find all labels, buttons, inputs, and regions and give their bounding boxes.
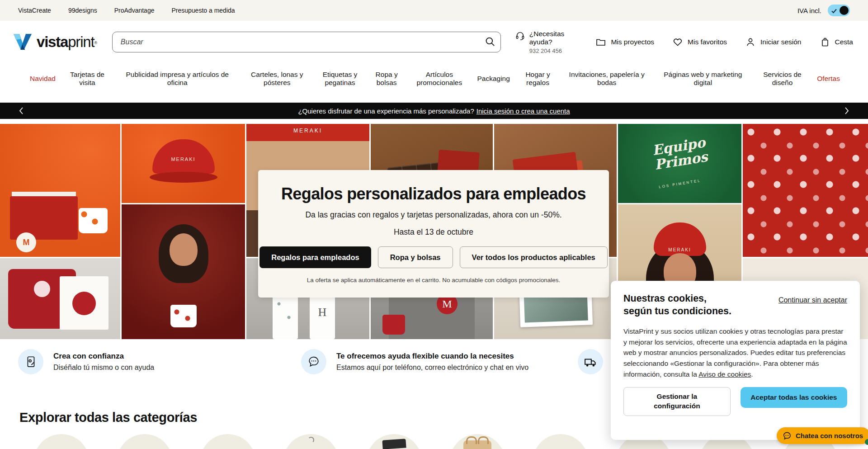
red-mug-shape bbox=[382, 315, 405, 335]
nav-item-publicidad-impresa[interactable]: Publicidad impresa y artículos de oficin… bbox=[119, 71, 236, 87]
cap-shape: MERAKI bbox=[152, 139, 215, 174]
cookie-banner-body: VistaPrint y sus socios utilizan cookies… bbox=[623, 326, 847, 380]
hanger-icon bbox=[308, 437, 314, 443]
vat-toggle[interactable] bbox=[828, 5, 850, 16]
cookie-notice-link[interactable]: Aviso de cookies bbox=[698, 370, 751, 378]
design-document-icon bbox=[24, 355, 38, 369]
see-all-products-button[interactable]: Ver todos los productos aplicables bbox=[460, 246, 608, 268]
hoodie-script-text: Equipo Primos bbox=[644, 134, 715, 173]
nav-item-etiquetas[interactable]: Etiquetas y pegatinas bbox=[319, 71, 362, 87]
hero-fine-print: La oferta se aplica automáticamente en e… bbox=[258, 277, 609, 284]
main-header: vistaprint® ¿Necesitas ayuda? 932 204 45… bbox=[0, 21, 868, 63]
continue-without-accepting-link[interactable]: Continuar sin aceptar bbox=[778, 296, 847, 304]
cookie-banner-title: Nuestras cookies, según tus condiciones. bbox=[623, 293, 750, 318]
feature-create-confidence: Crea con confianza Diséñalo tú mismo o c… bbox=[18, 349, 154, 374]
hero-title: Regalos personalizados para empleados bbox=[258, 184, 609, 203]
search-button[interactable] bbox=[482, 34, 498, 50]
hero-promo-card: Regalos personalizados para empleados Da… bbox=[258, 170, 609, 298]
patterned-mug-shape bbox=[170, 305, 197, 327]
hero-photo-gift-box-mugs: M bbox=[0, 124, 120, 257]
hero-photo-wrapping-paper bbox=[743, 124, 868, 257]
category-nav: Navidad Tarjetas de visita Publicidad im… bbox=[0, 63, 868, 94]
cookie-consent-banner: Nuestras cookies, según tus condiciones.… bbox=[611, 281, 860, 440]
nav-item-navidad[interactable]: Navidad bbox=[30, 75, 56, 83]
heart-icon bbox=[672, 37, 683, 47]
manage-settings-button[interactable]: Gestionar la configuración bbox=[623, 387, 731, 416]
help-phone-number: 932 204 456 bbox=[529, 47, 578, 54]
nav-item-articulos-promocionales[interactable]: Artículos promocionales bbox=[412, 71, 467, 87]
user-icon bbox=[745, 37, 756, 47]
feature-subtitle: Diséñalo tú mismo o con ayuda bbox=[53, 364, 154, 372]
link-vistacreate[interactable]: VistaCreate bbox=[18, 7, 51, 14]
feature-flexible-help: Te ofrecemos ayuda flexible cuando la ne… bbox=[301, 349, 528, 374]
category-circle-1[interactable] bbox=[33, 434, 90, 449]
wrapping-pattern bbox=[743, 124, 868, 257]
headset-icon bbox=[515, 30, 525, 42]
promo-banner-text: ¿Quieres disfrutar de una experiencia má… bbox=[298, 107, 474, 115]
clothing-bags-button[interactable]: Ropa y bolsas bbox=[378, 246, 453, 268]
vistaprint-logo[interactable]: vistaprint® bbox=[12, 33, 97, 52]
shopping-bag-icon bbox=[820, 37, 830, 47]
nav-item-paginas-web[interactable]: Páginas web y marketing digital bbox=[658, 71, 748, 87]
brand-band-text: MERAKI bbox=[246, 128, 369, 134]
sign-in-button[interactable]: Iniciar sesión bbox=[745, 37, 801, 47]
feature-title: Crea con confianza bbox=[53, 352, 154, 361]
tote-bag-shape bbox=[60, 276, 108, 330]
search-input[interactable] bbox=[112, 32, 501, 52]
category-circle-5[interactable] bbox=[366, 434, 422, 449]
nav-item-servicios-de-diseno[interactable]: Servicios de diseño bbox=[758, 71, 807, 87]
employee-gifts-button[interactable]: Regalos para empleados bbox=[259, 246, 371, 268]
chevron-left-icon bbox=[19, 107, 24, 115]
gift-box-shape bbox=[10, 196, 78, 240]
category-circle-4[interactable] bbox=[283, 434, 339, 449]
feature-delivery bbox=[578, 349, 603, 374]
round-sticker-shape: M bbox=[16, 232, 36, 252]
my-projects-button[interactable]: Mis proyectos bbox=[595, 37, 654, 47]
nav-item-invitaciones[interactable]: Invitaciones, papelería y bodas bbox=[566, 71, 648, 87]
category-circle-7[interactable] bbox=[533, 434, 589, 449]
link-proadvantage[interactable]: ProAdvantage bbox=[114, 7, 155, 14]
help-label: ¿Necesitas ayuda? bbox=[529, 30, 578, 46]
nav-item-hogar-y-regalos[interactable]: Hogar y regalos bbox=[520, 71, 556, 87]
vistaprint-homepage: VistaCreate 99designs ProAdvantage Presu… bbox=[0, 0, 868, 449]
feature-subtitle: Estamos aquí por teléfono, correo electr… bbox=[336, 364, 528, 372]
category-circle-3[interactable] bbox=[200, 434, 256, 449]
hero-photo-green-hoodie: Equipo Primos LOS PIMENTEL bbox=[618, 124, 741, 203]
category-circle-2[interactable] bbox=[117, 434, 173, 449]
feature-title: Te ofrecemos ayuda flexible cuando la ne… bbox=[336, 352, 528, 361]
cart-button[interactable]: Cesta bbox=[820, 37, 854, 47]
chat-with-us-button[interactable]: Chatea con nosotros bbox=[777, 427, 868, 444]
bag-shape bbox=[463, 440, 491, 449]
nav-item-packaging[interactable]: Packaging bbox=[477, 75, 509, 83]
partner-links: VistaCreate 99designs ProAdvantage Presu… bbox=[18, 7, 235, 14]
logo-wordmark: vistaprint® bbox=[37, 33, 97, 51]
chat-bubble-icon bbox=[782, 431, 792, 441]
search-icon bbox=[484, 36, 496, 47]
feature-icon-circle bbox=[301, 349, 326, 374]
link-99designs[interactable]: 99designs bbox=[68, 7, 97, 14]
nav-item-ropa-y-bolsas[interactable]: Ropa y bolsas bbox=[372, 71, 401, 87]
hoodie-subtext: LOS PIMENTEL bbox=[658, 179, 701, 189]
delivery-truck-icon bbox=[584, 355, 597, 369]
hero-photo-woman-with-mug bbox=[122, 204, 245, 339]
promo-prev-arrow[interactable] bbox=[16, 106, 26, 116]
feature-icon-circle bbox=[18, 349, 43, 374]
accept-all-cookies-button[interactable]: Aceptar todas las cookies bbox=[741, 387, 847, 408]
face-shape bbox=[170, 233, 198, 266]
promo-next-arrow[interactable] bbox=[842, 106, 852, 116]
hero-photo-red-cap: MERAKI bbox=[122, 124, 245, 203]
feature-icon-circle bbox=[578, 349, 603, 374]
top-utility-bar: VistaCreate 99designs ProAdvantage Presu… bbox=[0, 0, 868, 21]
category-circle-6[interactable] bbox=[449, 434, 505, 449]
nav-item-ofertas[interactable]: Ofertas bbox=[817, 75, 840, 83]
nav-item-tarjetas-de-visita[interactable]: Tarjetas de visita bbox=[66, 71, 109, 87]
chat-bubble-icon bbox=[307, 355, 321, 369]
promo-banner-bar: ¿Quieres disfrutar de una experiencia má… bbox=[0, 103, 868, 119]
my-favorites-button[interactable]: Mis favoritos bbox=[672, 37, 727, 47]
nav-item-carteles[interactable]: Carteles, lonas y pósteres bbox=[246, 71, 308, 87]
online-status-dot bbox=[865, 439, 868, 445]
link-presupuesto[interactable]: Presupuesto a medida bbox=[171, 7, 235, 14]
help-contact[interactable]: ¿Necesitas ayuda? 932 204 456 bbox=[515, 30, 578, 54]
check-icon bbox=[831, 8, 837, 14]
promo-signin-link[interactable]: Inicia sesión o crea una cuenta bbox=[476, 107, 570, 115]
